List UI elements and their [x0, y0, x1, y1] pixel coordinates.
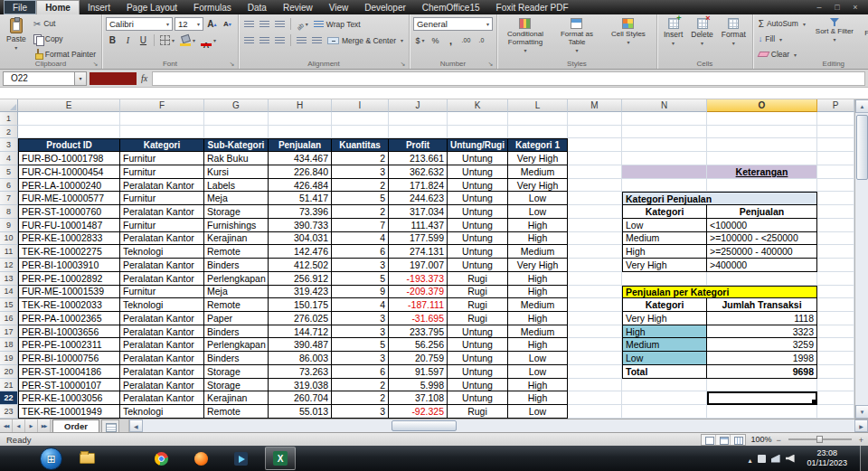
- cell-F18[interactable]: Peralatan Kantor: [120, 338, 204, 352]
- align-left-button[interactable]: [242, 33, 256, 47]
- delete-cells-button[interactable]: Delete: [688, 17, 716, 47]
- cell-P3[interactable]: [817, 138, 854, 152]
- decrease-indent-button[interactable]: [295, 33, 308, 47]
- cell-P14[interactable]: [817, 286, 854, 299]
- cell-N23[interactable]: [622, 405, 707, 419]
- ribbon-tab-file[interactable]: File: [4, 0, 36, 14]
- cell-G18[interactable]: Perlengkapan: [204, 338, 269, 352]
- cell-E8[interactable]: PER-ST-10000760: [18, 205, 120, 219]
- cell-P23[interactable]: [817, 405, 854, 419]
- cell-H5[interactable]: 226.840: [269, 165, 332, 179]
- column-header-M[interactable]: M: [568, 99, 622, 112]
- cell-K4[interactable]: Untung: [448, 152, 508, 165]
- first-sheet-button[interactable]: [0, 419, 13, 432]
- cell-G8[interactable]: Storage: [204, 205, 269, 219]
- cell-O6[interactable]: [707, 179, 817, 193]
- row-header-21[interactable]: 21: [0, 379, 18, 392]
- row-header-23[interactable]: 23: [0, 405, 18, 419]
- cell-N18[interactable]: Medium: [622, 338, 707, 352]
- cell-J14[interactable]: -209.379: [389, 286, 448, 299]
- autosum-button[interactable]: AutoSum: [757, 17, 807, 30]
- cell-G16[interactable]: Paper: [204, 312, 269, 325]
- cell-P5[interactable]: [817, 165, 854, 179]
- cell-O3[interactable]: [707, 138, 817, 152]
- cell-O19[interactable]: 1998: [707, 352, 817, 365]
- cell-F16[interactable]: Peralatan Kantor: [120, 312, 204, 325]
- row-header-18[interactable]: 18: [0, 338, 18, 352]
- cell-L4[interactable]: Very High: [508, 152, 568, 165]
- paste-button[interactable]: Paste: [4, 17, 29, 52]
- cell-F12[interactable]: Peralatan Kantor: [120, 259, 204, 272]
- column-header-L[interactable]: L: [508, 99, 568, 112]
- cell-H22[interactable]: 260.704: [269, 391, 332, 405]
- percent-style-button[interactable]: [429, 33, 442, 47]
- cell-P16[interactable]: [817, 312, 854, 325]
- cell-L18[interactable]: High: [508, 338, 568, 352]
- borders-button[interactable]: [158, 33, 176, 47]
- cell-N19[interactable]: Low: [622, 352, 707, 365]
- cell-L2[interactable]: [508, 126, 568, 139]
- cell-K23[interactable]: Rugi: [448, 405, 508, 419]
- row-header-6[interactable]: 6: [0, 179, 18, 193]
- format-as-table-button[interactable]: Format as Table: [552, 17, 601, 54]
- cell-H21[interactable]: 319.038: [269, 379, 332, 392]
- cell-M23[interactable]: [568, 405, 622, 419]
- cell-M20[interactable]: [568, 365, 622, 379]
- align-top-button[interactable]: [242, 17, 256, 31]
- cell-G9[interactable]: Furnishings: [204, 219, 269, 232]
- cell-G4[interactable]: Rak Buku: [204, 152, 269, 165]
- cell-L5[interactable]: Medium: [508, 165, 568, 179]
- cell-E19[interactable]: PER-BI-10000756: [18, 352, 120, 365]
- cell-I2[interactable]: [332, 126, 389, 139]
- cell-J12[interactable]: 197.007: [389, 259, 448, 272]
- tray-status-icon[interactable]: [758, 455, 766, 463]
- column-header-E[interactable]: E: [18, 99, 120, 112]
- cell-G5[interactable]: Kursi: [204, 165, 269, 179]
- cell-P1[interactable]: [817, 112, 854, 126]
- cell-E2[interactable]: [18, 126, 120, 139]
- cell-P11[interactable]: [817, 245, 854, 259]
- cell-L15[interactable]: Medium: [508, 298, 568, 312]
- cell-O15[interactable]: Jumlah Transaksi: [707, 298, 817, 312]
- cell-N22[interactable]: [622, 391, 707, 405]
- cell-P22[interactable]: [817, 391, 854, 405]
- cell-I17[interactable]: 3: [332, 325, 389, 339]
- name-box-dropdown[interactable]: [75, 71, 87, 86]
- fill-color-button[interactable]: [178, 33, 197, 47]
- cell-M15[interactable]: [568, 298, 622, 312]
- select-all-button[interactable]: [0, 99, 18, 112]
- cell-F14[interactable]: Furnitur: [120, 286, 204, 299]
- cell-G13[interactable]: Perlengkapan: [204, 272, 269, 286]
- cell-H18[interactable]: 390.487: [269, 338, 332, 352]
- cell-O22[interactable]: [707, 391, 817, 405]
- cell-M8[interactable]: [568, 205, 622, 219]
- cell-G22[interactable]: Kerajinan: [204, 391, 269, 405]
- cell-L8[interactable]: Low: [508, 205, 568, 219]
- ribbon-tab-view[interactable]: View: [321, 0, 357, 14]
- cell-E18[interactable]: PER-PE-10002311: [18, 338, 120, 352]
- cell-E20[interactable]: PER-ST-10004186: [18, 365, 120, 379]
- cell-P20[interactable]: [817, 365, 854, 379]
- font-color-button[interactable]: [199, 33, 218, 47]
- cell-E1[interactable]: [18, 112, 120, 126]
- cell-E15[interactable]: TEK-RE-10002033: [18, 298, 120, 312]
- cell-K9[interactable]: Untung: [448, 219, 508, 232]
- cell-I7[interactable]: 5: [332, 192, 389, 205]
- cell-I5[interactable]: 3: [332, 165, 389, 179]
- cell-I13[interactable]: 5: [332, 272, 389, 286]
- vertical-scroll-thumb[interactable]: [856, 115, 868, 180]
- row-header-5[interactable]: 5: [0, 165, 18, 179]
- cell-G7[interactable]: Meja: [204, 192, 269, 205]
- cell-L20[interactable]: Low: [508, 365, 568, 379]
- cell-O17[interactable]: 3323: [707, 325, 817, 339]
- cell-M5[interactable]: [568, 165, 622, 179]
- cell-E11[interactable]: TEK-RE-10002275: [18, 245, 120, 259]
- cell-P10[interactable]: [817, 232, 854, 246]
- cell-O5[interactable]: Keterangan: [707, 165, 817, 179]
- row-header-2[interactable]: 2: [0, 126, 18, 139]
- column-header-N[interactable]: N: [622, 99, 707, 112]
- cell-F22[interactable]: Peralatan Kantor: [120, 391, 204, 405]
- cell-M10[interactable]: [568, 232, 622, 246]
- cell-K7[interactable]: Untung: [448, 192, 508, 205]
- cell-G15[interactable]: Remote: [204, 298, 269, 312]
